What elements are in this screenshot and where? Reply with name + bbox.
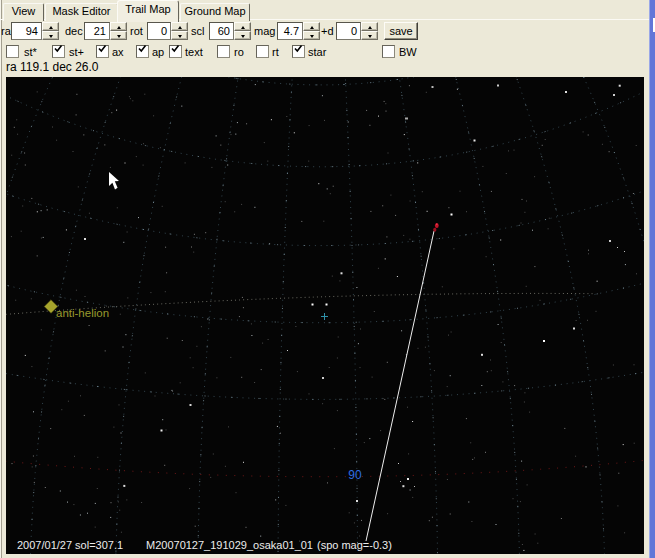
svg-text:90: 90 — [348, 468, 362, 482]
svg-text:anti-helion: anti-helion — [56, 307, 109, 319]
svg-text:M20070127_191029_osaka01_01: M20070127_191029_osaka01_01 — [146, 539, 313, 551]
svg-text:2007/01/27 sol=307.1: 2007/01/27 sol=307.1 — [17, 539, 123, 551]
svg-text:(spo mag=-0.3): (spo mag=-0.3) — [317, 539, 392, 551]
